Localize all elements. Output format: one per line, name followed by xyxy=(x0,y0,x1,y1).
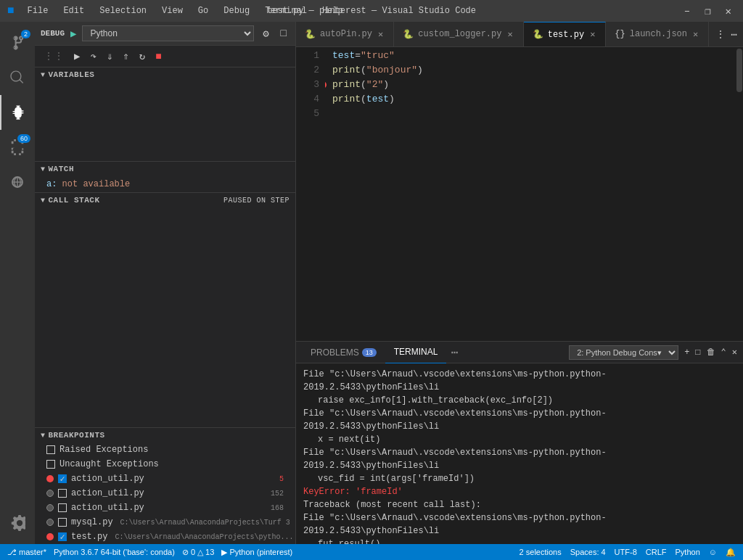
git-branch-item[interactable]: ⎇ master* xyxy=(7,548,46,557)
code-area[interactable]: test = "truc" print("bonjour") print("2"… xyxy=(325,47,743,341)
toolbar-stepout-button[interactable]: ⇑ xyxy=(120,49,131,64)
terminal-area: PROBLEMS 13 TERMINAL ⋯ 2: Python Debug C… xyxy=(296,341,743,544)
maximize-button[interactable]: ❐ xyxy=(700,4,715,19)
activity-item-debug[interactable] xyxy=(0,95,35,130)
activity-item-remote[interactable] xyxy=(0,165,35,199)
breakpoint-test-py: ✓ test.py C:\Users\Arnaud\AnacondaProjec… xyxy=(35,530,295,544)
minimize-button[interactable]: – xyxy=(680,4,694,18)
menu-selection[interactable]: Selection xyxy=(94,4,152,17)
watch-item-name: a xyxy=(46,179,52,189)
tab-logger-close[interactable]: ✕ xyxy=(506,29,514,40)
breakpoint-dot-gray-1 xyxy=(46,490,54,497)
variables-header[interactable]: ▼ VARIABLES xyxy=(35,67,295,82)
python-version-item[interactable]: Python 3.6.7 64-bit ('base': conda) xyxy=(54,548,175,556)
toolbar-stepinto-button[interactable]: ⇓ xyxy=(104,49,115,64)
terminal-line-9: File "c:\Users\Arnaud\.vscode\extensions… xyxy=(303,511,736,538)
status-bar: ⎇ master* Python 3.6.7 64-bit ('base': c… xyxy=(0,544,743,560)
tab-launch-close[interactable]: ✕ xyxy=(691,29,699,40)
toolbar-restart-button[interactable]: ↻ xyxy=(136,49,148,64)
errors-warnings-item[interactable]: ⊘ 0 △ 13 xyxy=(182,548,215,557)
breakpoint-dot-red-2 xyxy=(46,533,54,540)
uncaught-exceptions-label: Uncaught Exceptions xyxy=(59,459,159,469)
debug-config-select[interactable]: Python xyxy=(82,25,254,41)
main-layout: 2 60 DEBUG ▶ Python ⚙ □ xyxy=(0,22,743,544)
raised-exceptions-checkbox[interactable] xyxy=(46,445,55,454)
code-line-3: print("2") xyxy=(332,78,736,92)
toolbar-continue-button[interactable]: ▶ xyxy=(71,49,83,64)
terminal-content[interactable]: File "c:\Users\Arnaud\.vscode\extensions… xyxy=(296,363,743,544)
close-terminal-icon[interactable]: ✕ xyxy=(732,347,737,358)
encoding-item[interactable]: UTF-8 xyxy=(615,548,637,556)
status-bar-left: ⎇ master* Python 3.6.7 64-bit ('base': c… xyxy=(7,548,292,557)
breakpoint-checkbox-1[interactable]: ✓ xyxy=(58,474,67,483)
tab-launch-json[interactable]: {} launch.json ✕ xyxy=(606,22,709,47)
problems-badge: 13 xyxy=(362,348,377,357)
breakpoint-checkbox-4[interactable] xyxy=(58,518,67,527)
tab-test-py[interactable]: 🐍 test.py ✕ xyxy=(524,22,607,47)
activity-item-source-control[interactable]: 2 xyxy=(0,25,35,60)
tab-autopin[interactable]: 🐍 autoPin.py ✕ xyxy=(296,22,394,47)
bell-icon[interactable]: 🔔 xyxy=(726,548,736,557)
breakpoint-checkbox-2[interactable] xyxy=(58,489,67,498)
delete-terminal-icon[interactable]: 🗑 xyxy=(707,347,715,358)
problems-tab-label: PROBLEMS xyxy=(311,347,359,358)
menu-go[interactable]: Go xyxy=(192,4,214,17)
breakpoint-indicator xyxy=(325,81,327,88)
tab-problems[interactable]: PROBLEMS 13 xyxy=(302,342,385,363)
menu-file[interactable]: File xyxy=(22,4,54,17)
status-bar-right: 2 selections Spaces: 4 UTF-8 CRLF Python… xyxy=(520,548,736,557)
menu-view[interactable]: View xyxy=(156,4,189,17)
split-editor-icon[interactable]: ⋮ xyxy=(715,28,726,41)
activity-item-search[interactable] xyxy=(0,60,35,95)
menu-debug[interactable]: Debug xyxy=(218,4,255,17)
breakpoint-count-2: 152 xyxy=(271,490,284,498)
spaces-item[interactable]: Spaces: 4 xyxy=(570,548,606,556)
activity-item-settings[interactable] xyxy=(0,506,35,540)
editor-area: 🐍 autoPin.py ✕ 🐍 custom_logger.py ✕ 🐍 te… xyxy=(296,22,743,544)
line-ending-item[interactable]: CRLF xyxy=(646,548,667,556)
smiley-icon[interactable]: ☺ xyxy=(709,548,717,556)
tab-test-close[interactable]: ✕ xyxy=(588,29,596,40)
debug-more-icon[interactable]: □ xyxy=(278,26,290,41)
breakpoint-filename-4: mysql.py xyxy=(71,517,113,527)
breakpoint-filename-1: action_util.py xyxy=(71,474,144,484)
sidebar: DEBUG ▶ Python ⚙ □ ⋮⋮ ▶ ↷ ⇓ ⇑ ↻ ■ ▼ VARI… xyxy=(35,22,296,544)
split-terminal-icon[interactable]: □ xyxy=(695,347,700,358)
callstack-content xyxy=(35,207,295,210)
maximize-terminal-icon[interactable]: ⌃ xyxy=(721,347,726,358)
terminal-tab-bar: PROBLEMS 13 TERMINAL ⋯ 2: Python Debug C… xyxy=(296,342,743,363)
breakpoint-dot-gray-3 xyxy=(46,519,54,526)
close-button[interactable]: ✕ xyxy=(721,4,736,19)
terminal-more-icon[interactable]: ⋯ xyxy=(446,345,462,360)
breakpoint-uncaught-exceptions: Uncaught Exceptions xyxy=(35,457,295,472)
breakpoint-checkbox-3[interactable] xyxy=(58,503,67,512)
uncaught-exceptions-checkbox[interactable] xyxy=(46,460,55,469)
debug-toolbar: ⋮⋮ ▶ ↷ ⇓ ⇑ ↻ ■ xyxy=(35,46,295,67)
terminal-session-select[interactable]: 2: Python Debug Cons▾ xyxy=(569,345,678,360)
toolbar-stepover-button[interactable]: ↷ xyxy=(87,49,99,64)
debug-settings-icon[interactable]: ⚙ xyxy=(260,26,271,41)
language-item[interactable]: Python xyxy=(676,548,700,556)
breakpoints-header[interactable]: ▼ BREAKPOINTS xyxy=(35,428,295,442)
more-tabs-icon[interactable]: ⋯ xyxy=(731,28,737,41)
menu-edit[interactable]: Edit xyxy=(57,4,90,17)
debug-status-item[interactable]: ▶ Python (pinterest) xyxy=(221,548,292,557)
debug-play-button[interactable]: ▶ xyxy=(70,28,76,40)
editor-scrollbar[interactable] xyxy=(736,47,743,341)
watch-header[interactable]: ▼ WATCH xyxy=(35,162,295,176)
tab-logger-icon: 🐍 xyxy=(403,29,414,40)
tab-custom-logger[interactable]: 🐍 custom_logger.py ✕ xyxy=(394,22,523,47)
callstack-header[interactable]: ▼ CALL STACK PAUSED ON STEP xyxy=(35,193,295,207)
terminal-line-2: raise exc_info[1].with_traceback(exc_inf… xyxy=(303,394,736,407)
tab-autopin-close[interactable]: ✕ xyxy=(377,29,385,40)
toolbar-stop-button[interactable]: ■ xyxy=(152,49,164,64)
tab-terminal[interactable]: TERMINAL xyxy=(385,342,447,363)
paused-on-step-label: PAUSED ON STEP xyxy=(223,197,290,205)
variables-content xyxy=(35,82,295,85)
variables-title: VARIABLES xyxy=(49,70,95,79)
new-terminal-icon[interactable]: + xyxy=(684,347,689,358)
code-editor[interactable]: 1 2 3 4 5 test = "truc" print("bonjour") xyxy=(296,47,743,341)
activity-item-extensions[interactable]: 60 xyxy=(0,130,35,165)
selections-item[interactable]: 2 selections xyxy=(520,548,562,556)
breakpoint-checkbox-5[interactable]: ✓ xyxy=(58,532,67,541)
